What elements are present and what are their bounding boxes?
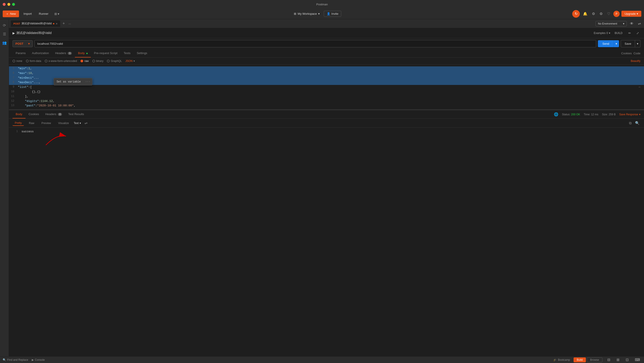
tab-headers[interactable]: Headers 9 bbox=[52, 49, 75, 57]
radio-form-data[interactable]: form-data bbox=[26, 59, 41, 63]
url-input[interactable] bbox=[34, 40, 596, 47]
save-button[interactable]: Save bbox=[621, 40, 635, 47]
code-line-10: 10 {},{} bbox=[9, 90, 644, 94]
runner-button[interactable]: Runner bbox=[36, 11, 51, 17]
headers-label: Headers bbox=[55, 51, 66, 55]
radio-binary[interactable]: binary bbox=[92, 59, 104, 63]
tab-authorization[interactable]: Authorization bbox=[29, 49, 52, 57]
close-button[interactable] bbox=[3, 3, 6, 6]
build-mode-button[interactable]: Build bbox=[574, 358, 586, 362]
response-line-1: 1 success bbox=[12, 129, 644, 134]
resp-fmt-pretty[interactable]: Pretty bbox=[12, 120, 24, 126]
radio-graphql[interactable]: GraphQL bbox=[107, 59, 122, 63]
request-actions: Examples 0 ▾ BUILD ✏ ⤢ bbox=[594, 30, 640, 36]
env-preview-button[interactable]: 👁 bbox=[628, 20, 635, 27]
add-tab-button[interactable]: + bbox=[61, 20, 66, 27]
import-button[interactable]: Import bbox=[21, 11, 34, 17]
request-name-text: 测试@Validated和@Valid bbox=[16, 31, 52, 35]
code-editor[interactable]: Set as variable ··· 5 "min":1, 6 "max":1… bbox=[9, 65, 644, 109]
tab-settings[interactable]: Settings bbox=[134, 49, 150, 57]
console-button[interactable]: ▶ Console bbox=[32, 358, 45, 362]
beautify-button[interactable]: Beautify bbox=[631, 59, 640, 63]
examples-button[interactable]: Examples 0 ▾ bbox=[594, 31, 610, 35]
response-status-bar: 🌐 Status: 200 OK Time: 12 ms Size: 259 B bbox=[554, 112, 640, 116]
radio-circle-graphql bbox=[107, 60, 110, 62]
resp-fmt-visualize[interactable]: Visualize bbox=[56, 121, 71, 126]
layout-icon[interactable]: ⊞ ▾ bbox=[53, 11, 61, 17]
tabs-bar: POST 测试@Validated和@Valid × + ··· No Envi… bbox=[9, 19, 644, 28]
find-replace-button[interactable]: 🔍 Find and Replace bbox=[3, 358, 28, 362]
code-line-11: 11 ], bbox=[9, 94, 644, 99]
response-type-selector[interactable]: Text ▾ bbox=[74, 122, 81, 125]
invite-button[interactable]: 👤 Invite bbox=[324, 11, 341, 17]
active-tab[interactable]: POST 测试@Validated和@Valid × bbox=[11, 20, 60, 27]
history-icon[interactable]: ⟳ bbox=[1, 21, 8, 29]
tab-close-button[interactable]: × bbox=[56, 22, 58, 25]
environment-dropdown[interactable]: No Environment ▾ bbox=[596, 21, 627, 26]
resp-tab-body[interactable]: Body bbox=[12, 110, 26, 118]
tab-params[interactable]: Params bbox=[12, 49, 29, 57]
refresh-button[interactable]: ↻ bbox=[572, 10, 580, 18]
graphql-label: GraphQL bbox=[111, 59, 122, 63]
globe-icon[interactable]: 🌐 bbox=[554, 112, 558, 116]
request-tabs: Params Authorization Headers 9 Body Pre-… bbox=[9, 49, 644, 58]
workspace-button[interactable]: ⊞ My Workspace ▾ bbox=[292, 11, 322, 17]
bell-icon[interactable]: 🔔 bbox=[582, 10, 589, 17]
sidebar-icons: ⟳ ☰ 👥 bbox=[0, 19, 9, 356]
context-menu-more[interactable]: ··· bbox=[84, 79, 91, 84]
resp-fmt-preview[interactable]: Preview bbox=[39, 121, 53, 126]
bootcamp-button[interactable]: 🎓 Bootcamp bbox=[554, 358, 570, 362]
tab-pre-request[interactable]: Pre-request Script bbox=[91, 49, 120, 57]
env-settings-button[interactable]: ⇌ bbox=[636, 20, 642, 27]
search-response-button[interactable]: 🔍 bbox=[634, 120, 640, 126]
json-type-selector[interactable]: JSON ▾ bbox=[126, 59, 135, 63]
set-as-variable-menu-item[interactable]: Set as variable bbox=[55, 79, 82, 84]
new-button[interactable]: ＋ New bbox=[3, 10, 19, 17]
send-button[interactable]: Send bbox=[598, 40, 614, 47]
layout-columns-icon[interactable]: ⊟ bbox=[606, 356, 612, 363]
save-response-button[interactable]: Save Response ▾ bbox=[619, 113, 640, 116]
response-content: success bbox=[22, 129, 34, 134]
avatar[interactable]: P bbox=[613, 11, 620, 17]
wrap-lines-icon[interactable]: ⇌ bbox=[84, 120, 88, 126]
expand-icon[interactable]: ⤢ bbox=[635, 30, 640, 36]
layout-grid-icon[interactable]: ⊡ bbox=[624, 356, 630, 363]
tab-body[interactable]: Body bbox=[75, 49, 91, 57]
request-header: ▶ 测试@Validated和@Valid Examples 0 ▾ BUILD… bbox=[9, 28, 644, 38]
send-dropdown-button[interactable]: ▾ bbox=[614, 40, 619, 47]
settings-icon[interactable]: ⚙ bbox=[598, 10, 604, 17]
save-dropdown-button[interactable]: ▾ bbox=[635, 40, 640, 47]
console-label: Console bbox=[35, 358, 45, 362]
invite-label: Invite bbox=[332, 12, 338, 15]
request-name[interactable]: ▶ 测试@Validated和@Valid bbox=[12, 31, 52, 35]
team-icon[interactable]: 👥 bbox=[0, 39, 8, 47]
find-replace-label: Find and Replace bbox=[7, 358, 28, 362]
gear-icon[interactable]: ⚙ bbox=[590, 10, 596, 17]
resp-tab-cookies[interactable]: Cookies bbox=[26, 110, 42, 118]
binary-label: binary bbox=[96, 59, 104, 63]
layout-rows-icon[interactable]: ⊞ bbox=[615, 356, 621, 363]
radio-raw[interactable]: raw bbox=[80, 59, 88, 63]
radio-urlencoded[interactable]: x-www-form-urlencoded bbox=[45, 59, 77, 63]
maximize-button[interactable] bbox=[12, 3, 15, 6]
resp-tab-headers[interactable]: Headers 8 bbox=[42, 110, 65, 118]
resp-fmt-raw[interactable]: Raw bbox=[26, 121, 36, 126]
resp-tab-test-results[interactable]: Test Results bbox=[65, 110, 87, 118]
build-button[interactable]: BUILD bbox=[613, 31, 624, 35]
keyboard-icon[interactable]: ⌨ bbox=[634, 356, 641, 363]
tab-tests[interactable]: Tests bbox=[120, 49, 134, 57]
examples-label: Examples bbox=[594, 31, 606, 35]
minimize-button[interactable] bbox=[8, 3, 10, 6]
minimize-icon[interactable]: — bbox=[639, 85, 640, 89]
heart-icon[interactable]: ♡ bbox=[606, 10, 612, 17]
method-selector[interactable]: POST ▾ bbox=[12, 40, 33, 47]
upgrade-button[interactable]: Upgrade ▾ bbox=[622, 11, 641, 17]
more-tabs-button[interactable]: ··· bbox=[67, 20, 72, 27]
copy-response-button[interactable]: ⧉ bbox=[628, 120, 632, 126]
radio-none[interactable]: none bbox=[12, 59, 22, 63]
edit-icon[interactable]: ✏ bbox=[627, 30, 632, 36]
code-link[interactable]: Code bbox=[634, 52, 640, 55]
cookies-link[interactable]: Cookies bbox=[621, 52, 632, 55]
browse-mode-button[interactable]: Browse bbox=[587, 358, 602, 362]
collections-icon[interactable]: ☰ bbox=[1, 30, 8, 38]
